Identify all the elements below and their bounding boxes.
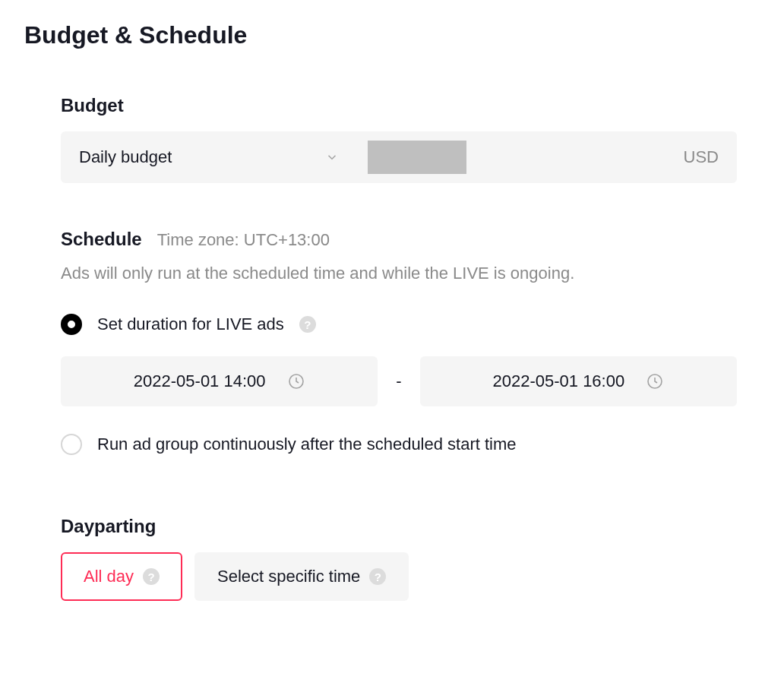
tab-specific-time[interactable]: Select specific time ? [194,552,409,601]
budget-section: Budget Daily budget USD Schedule Time zo… [24,95,760,601]
start-datetime-field[interactable]: 2022-05-01 14:00 [61,356,378,406]
budget-type-label: Daily budget [79,147,325,167]
budget-amount-wrap [357,131,665,183]
schedule-header: Schedule Time zone: UTC+13:00 [61,229,737,250]
date-range-dash: - [396,371,401,391]
schedule-option-continuous[interactable]: Run ad group continuously after the sche… [61,434,737,455]
help-icon[interactable]: ? [369,568,386,585]
tab-specific-time-label: Select specific time [217,567,360,586]
schedule-help-text: Ads will only run at the scheduled time … [61,264,737,283]
budget-heading: Budget [61,95,737,116]
page-title: Budget & Schedule [24,21,760,49]
schedule-option-continuous-label: Run ad group continuously after the sche… [97,435,517,454]
clock-icon [646,372,664,390]
schedule-option-duration-label: Set duration for LIVE ads [97,314,284,334]
end-datetime-value: 2022-05-01 16:00 [492,371,624,391]
schedule-option-duration[interactable]: Set duration for LIVE ads ? [61,314,737,335]
schedule-timezone: Time zone: UTC+13:00 [157,230,330,250]
tab-all-day[interactable]: All day ? [61,552,182,601]
schedule-heading: Schedule [61,229,142,250]
end-datetime-field[interactable]: 2022-05-01 16:00 [420,356,737,406]
budget-amount-input[interactable] [368,141,466,174]
clock-icon [287,372,305,390]
dayparting-tabs: All day ? Select specific time ? [61,552,737,601]
chevron-down-icon [325,150,339,164]
help-icon[interactable]: ? [143,568,160,585]
radio-unselected-icon[interactable] [61,434,82,455]
dayparting-heading: Dayparting [61,516,737,537]
help-icon[interactable]: ? [299,316,316,333]
budget-row: Daily budget USD [61,131,737,183]
start-datetime-value: 2022-05-01 14:00 [134,371,266,391]
radio-selected-icon[interactable] [61,314,82,335]
date-range: 2022-05-01 14:00 - 2022-05-01 16:00 [61,356,737,406]
budget-currency: USD [665,147,737,167]
budget-type-select[interactable]: Daily budget [61,131,357,183]
tab-all-day-label: All day [84,567,134,586]
